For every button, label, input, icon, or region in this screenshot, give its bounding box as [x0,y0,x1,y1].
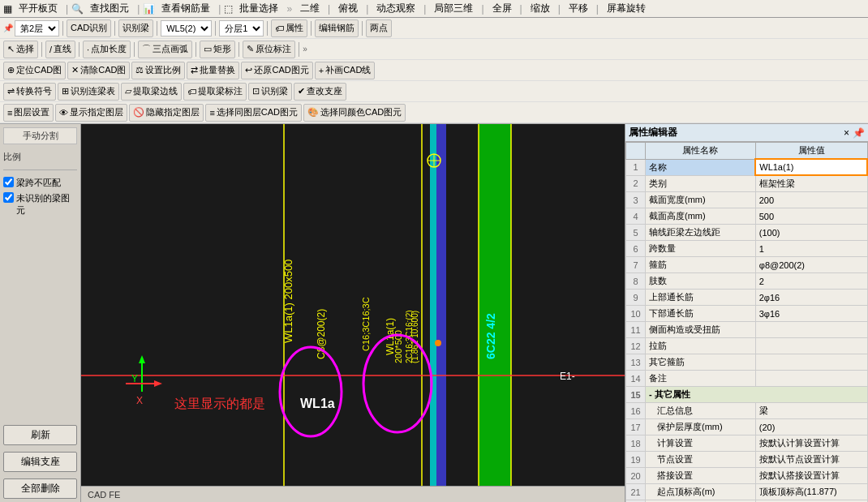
rect-btn[interactable]: ▭ 矩形 [200,41,235,58]
divider1 [3,169,77,170]
row-num: 11 [626,322,646,338]
menu-screen-rotate[interactable]: 屏幕旋转 [602,0,651,17]
wl-select[interactable]: WL5(2) [161,20,212,36]
prop-name-cell: 下部通长筋 [646,306,756,322]
prop-name-cell: 截面宽度(mm) [646,192,756,208]
menu-top-view[interactable]: 俯视 [333,0,363,17]
menu-pan[interactable]: 平移 [564,0,593,17]
select-btn[interactable]: ↖ 选择 [3,41,38,58]
table-row: 8 肢数 2 [626,273,868,290]
extract-beam-edge-btn[interactable]: ▱ 提取梁边线 [121,83,182,101]
row-num: 10 [626,306,646,322]
row-num: 16 [626,403,646,419]
line-btn[interactable]: / 直线 [45,41,75,58]
property-editor-panel: 属性编辑器 × 📌 属性名称 属性值 1 名称 [625,124,868,502]
menu-find-element[interactable]: 查找图元 [85,0,134,17]
show-layer-btn[interactable]: 👁 显示指定图层 [55,104,127,122]
checkbox-beam-mismatch[interactable]: 梁跨不匹配 [3,177,77,189]
prop-value-cell: φ8@200(2) [755,257,867,273]
table-row: 17 保护层厚度(mm) (20) [626,419,868,435]
convert-symbol-btn[interactable]: ⇌ 转换符号 [3,83,56,101]
col-value-header: 属性值 [755,143,867,160]
dock-panel-btn[interactable]: 📌 [853,127,865,139]
prop-value-cell[interactable]: WL1a(1) [755,159,867,175]
section-label: - 其它属性 [646,387,868,403]
hide-layer-btn[interactable]: 🚫 隐藏指定图层 [129,104,204,122]
prop-name-cell: 跨数量 [646,241,756,257]
extract-beam-mark-btn[interactable]: 🏷 提取梁标注 [183,83,247,101]
prop-value-cell: 200 [755,192,867,208]
cad-canvas-area[interactable]: Y X WL1a(1) 200x500 C8@200(2) C16;3C16;3… [81,124,625,486]
locate-icon: ⊕ [7,65,15,75]
identify-beam-table-btn[interactable]: ⊞ 识别连梁表 [58,83,119,101]
prop-value-cell [755,371,867,387]
select-same-layer-btn[interactable]: ≡ 选择同图层CAD图元 [205,104,302,122]
menu-batch-select[interactable]: 批量选择 [234,0,283,17]
table-row: 2 类别 框架性梁 [626,175,868,192]
layer-settings-btn[interactable]: ≡ 图层设置 [3,104,54,122]
status-text: CAD FE [88,490,120,500]
check-support-btn[interactable]: ✔ 查改支座 [294,83,346,101]
toolbar-row-3: ⊕ 定位CAD图 ✕ 清除CAD图 ⚖ 设置比例 ⇄ 批量替换 ↩ 还原CAD图… [0,60,868,81]
checkbox-unidentified-input[interactable] [3,192,14,203]
menu-2d[interactable]: 二维 [295,0,324,17]
refresh-btn[interactable]: 刷新 [3,425,77,445]
origin-mark-icon: ✎ [247,44,254,54]
hide-icon: 🚫 [133,107,144,118]
select-same-color-btn[interactable]: 🎨 选择同颜色CAD图元 [303,104,406,122]
row-num: 19 [626,452,646,468]
point-extend-btn[interactable]: · 点加长度 [83,41,131,58]
prop-name-cell: 上部通长筋 [646,290,756,306]
table-row: 20 搭接设置 按默认搭接设置计算 [626,468,868,484]
prop-value-cell [755,322,867,338]
property-editor-title-bar: 属性编辑器 × 📌 [625,124,868,142]
row-num: 2 [626,175,646,192]
two-points-btn[interactable]: 两点 [366,19,392,37]
checkbox-beam-mismatch-input[interactable] [3,177,14,187]
checkbox-unidentified[interactable]: 未识别的梁图元 [3,192,77,217]
identify-beam-btn[interactable]: 识别梁 [118,19,153,37]
point-extend-icon: · [87,45,89,54]
locate-cad-btn[interactable]: ⊕ 定位CAD图 [3,62,66,79]
prop-name-cell: 截面高度(mm) [646,208,756,225]
menu-zoom[interactable]: 缩放 [526,0,555,17]
restore-cad-btn[interactable]: ↩ 还原CAD图元 [241,62,312,79]
edit-support-btn[interactable]: 编辑支座 [3,452,77,472]
close-panel-btn[interactable]: × [844,127,849,139]
table-row: 13 其它箍筋 [626,354,868,371]
menu-view-rebar[interactable]: 查看钢筋量 [157,0,215,17]
clear-cad-btn[interactable]: ✕ 清除CAD图 [67,62,130,79]
edit-rebar-btn[interactable]: 编辑钢筋 [315,19,359,37]
batch-replace-btn[interactable]: ⇄ 批量替换 [187,62,239,79]
menu-local-3d[interactable]: 局部三维 [429,0,478,17]
table-row: 14 备注 [626,371,868,387]
table-row: 1 名称 WL1a(1) [626,159,868,175]
props-btn[interactable]: 🏷 属性 [271,19,307,37]
origin-mark-btn[interactable]: ✎ 原位标注 [243,41,295,58]
set-scale-btn[interactable]: ⚖ 设置比例 [131,62,185,79]
toolbar-row-5: ≡ 图层设置 👁 显示指定图层 🚫 隐藏指定图层 ≡ 选择同图层CAD图元 🎨 … [0,102,868,123]
supplement-cad-btn[interactable]: + 补画CAD线 [315,62,376,79]
three-arc-btn[interactable]: ⌒ 三点画弧 [138,41,192,58]
expand-icon[interactable]: » [303,45,307,54]
layer-select[interactable]: 第2层 [15,20,59,36]
svg-text:Y: Y [131,373,138,384]
prop-value-cell: 按默认节点设置计算 [755,452,867,468]
prop-name-cell: 保护层厚度(mm) [646,419,756,435]
svg-rect-2 [430,124,436,486]
svg-text:WL1a(1)  200x500: WL1a(1) 200x500 [282,260,294,343]
identify-beam2-btn[interactable]: ⊡ 识别梁 [248,83,292,101]
prop-name-cell: 起点顶标高(m) [646,484,756,500]
menu-flat-page[interactable]: 平开板页 [14,0,62,17]
layer1-select[interactable]: 分层1 [219,20,264,36]
cad-identify-btn[interactable]: CAD识别 [67,19,111,37]
menu-dynamic-observe[interactable]: 动态观察 [372,0,420,17]
svg-text:WL1a: WL1a [300,397,335,410]
menu-fullscreen[interactable]: 全屏 [488,0,517,17]
prop-name-cell: 类别 [646,175,756,192]
delete-all-btn[interactable]: 全部删除 [3,478,77,499]
row-num: 18 [626,435,646,452]
prop-value-cell: 梁 [755,403,867,419]
prop-data-table: 属性名称 属性值 1 名称 WL1a(1) 2 类别 框架性梁 3 截面宽度(m… [625,142,868,502]
row-num: 13 [626,354,646,371]
